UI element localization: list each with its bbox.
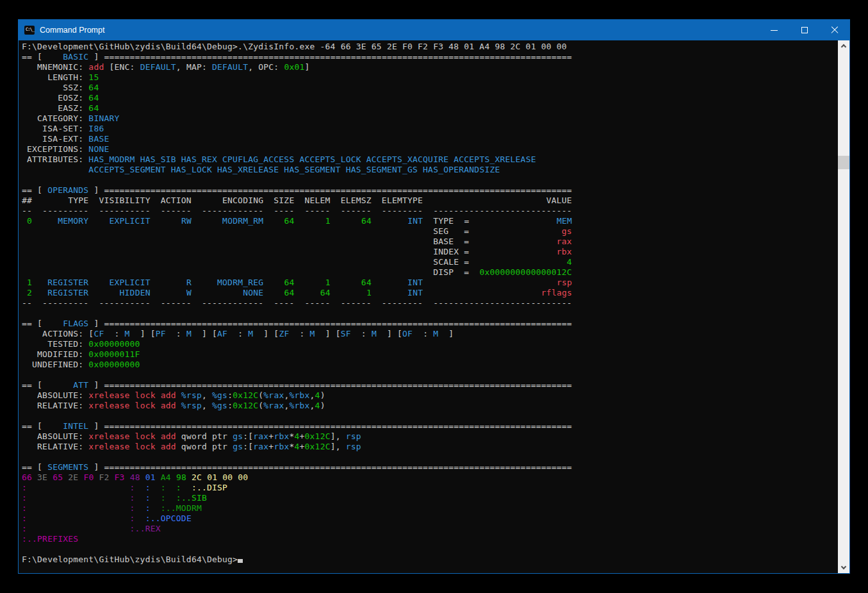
terminal-text: MEMORY: [58, 216, 88, 226]
terminal-text: [166, 493, 176, 503]
terminal-text: [294, 278, 325, 287]
terminal-text: :: [227, 390, 233, 400]
terminal-text: SSZ:: [22, 83, 88, 92]
terminal-text: ---------------------------: [433, 206, 572, 215]
terminal-text: ]: [88, 185, 104, 195]
terminal-text: R: [186, 278, 192, 287]
terminal-text: :..MODRM: [161, 503, 202, 513]
terminal-text: 01: [207, 472, 217, 482]
terminal-text: BASIC: [63, 52, 88, 62]
terminal-text: 0x12C: [233, 390, 258, 400]
terminal-line: == [ SEGMENTS ] ========================…: [22, 462, 838, 472]
terminal-text: [22, 226, 433, 236]
terminal-line: : : : :..MODRM: [22, 503, 838, 514]
scrollbar-thumb[interactable]: [838, 156, 849, 169]
terminal-text: ): [320, 390, 325, 400]
terminal-text: ========================================…: [104, 380, 571, 390]
terminal-line: [22, 175, 838, 185]
terminal-text: qword ptr: [176, 442, 233, 451]
terminal-text: [263, 216, 284, 226]
terminal-text: 4: [315, 401, 320, 410]
terminal-text: F3: [115, 472, 125, 482]
scrollbar[interactable]: [838, 40, 849, 573]
terminal-line: : :..REX: [22, 524, 838, 534]
chevron-down-icon: [841, 564, 846, 569]
terminal-text: [469, 257, 567, 267]
close-button[interactable]: [819, 20, 849, 40]
terminal-text: %rax: [263, 390, 284, 400]
terminal-text: INT: [407, 216, 423, 226]
chevron-up-icon: [841, 44, 846, 49]
terminal-text: rsp: [346, 431, 361, 441]
terminal-text: SEG =: [433, 226, 469, 236]
terminal-text: [22, 267, 433, 277]
terminal-text: AF: [217, 329, 227, 338]
terminal-line: BASE = rax: [22, 237, 838, 247]
terminal-text: :: [176, 483, 181, 492]
terminal-text: :: [227, 329, 248, 338]
terminal-text: gs: [562, 226, 572, 236]
terminal-text: , OPC:: [248, 62, 284, 72]
terminal-text: [125, 472, 130, 482]
terminal-text: %rax: [263, 401, 284, 410]
terminal-output[interactable]: F:\Development\GitHub\zydis\Build64\Debu…: [19, 40, 838, 573]
terminal-text: ]: [88, 462, 104, 472]
terminal-text: == [: [22, 185, 47, 195]
terminal-text: MODIFIED:: [22, 349, 88, 359]
terminal-line: [22, 370, 838, 380]
terminal-text: 66: [22, 472, 32, 482]
terminal-text: [135, 483, 145, 492]
maximize-button[interactable]: [789, 20, 819, 40]
terminal-text: NONE: [243, 288, 263, 297]
minimize-icon: [771, 30, 778, 31]
terminal-text: ],: [331, 442, 346, 451]
terminal-text: [295, 216, 325, 226]
terminal-line: DISP = 0x000000000000012C: [22, 267, 838, 278]
terminal-text: OF: [402, 329, 413, 338]
terminal-line: ABSOLUTE: xrelease lock add %rsp, %gs:0x…: [22, 390, 838, 401]
terminal-text: :: [145, 493, 151, 503]
terminal-text: ========================================…: [104, 462, 571, 472]
command-prompt-window: C:\_ Command Prompt F:\Development\GitHu…: [18, 19, 850, 574]
terminal-text: PF: [156, 329, 166, 338]
terminal-text: 0x0000011F: [88, 349, 140, 359]
terminal-text: [202, 472, 207, 482]
terminal-text: rflags: [541, 288, 572, 297]
terminal-text: [372, 216, 407, 226]
terminal-text: ]: [88, 380, 104, 390]
terminal-text: 00: [238, 472, 248, 482]
terminal-line: CATEGORY: BINARY: [22, 113, 838, 124]
terminal-text: 98: [176, 472, 186, 482]
terminal-text: 4: [567, 257, 572, 267]
terminal-text: *: [289, 442, 294, 451]
terminal-text: [22, 165, 88, 174]
terminal-text: :: [161, 483, 166, 492]
terminal-text: %rsp: [181, 390, 202, 400]
terminal-text: [469, 237, 556, 246]
scrollbar-up-button[interactable]: [838, 40, 849, 51]
terminal-text: [151, 483, 161, 492]
terminal-text: [32, 216, 58, 226]
terminal-text: :: [22, 524, 27, 533]
terminal-text: :: [289, 329, 309, 338]
terminal-text: [151, 503, 161, 513]
terminal-text: M: [186, 329, 192, 338]
terminal-text: SF: [341, 329, 351, 338]
terminal-text: [22, 247, 433, 256]
terminal-line: : : : : : :..DISP: [22, 483, 838, 493]
minimize-button[interactable]: [759, 20, 789, 40]
terminal-text: 64: [88, 103, 99, 113]
terminal-text: BASE =: [433, 237, 469, 246]
terminal-line: [22, 452, 838, 462]
title-bar[interactable]: C:\_ Command Prompt: [19, 20, 849, 40]
terminal-text: OPERANDS: [47, 185, 88, 195]
terminal-text: MNEMONIC:: [22, 62, 88, 72]
scrollbar-down-button[interactable]: [838, 562, 849, 573]
terminal-line: SSZ: 64: [22, 83, 838, 93]
terminal-line: [22, 411, 838, 421]
terminal-text: LENGTH:: [22, 72, 88, 82]
terminal-line: ACCEPTS_SEGMENT HAS_LOCK HAS_XRELEASE HA…: [22, 165, 838, 175]
terminal-text: CATEGORY:: [22, 113, 88, 123]
close-icon: [831, 26, 839, 34]
terminal-text: [331, 288, 366, 297]
